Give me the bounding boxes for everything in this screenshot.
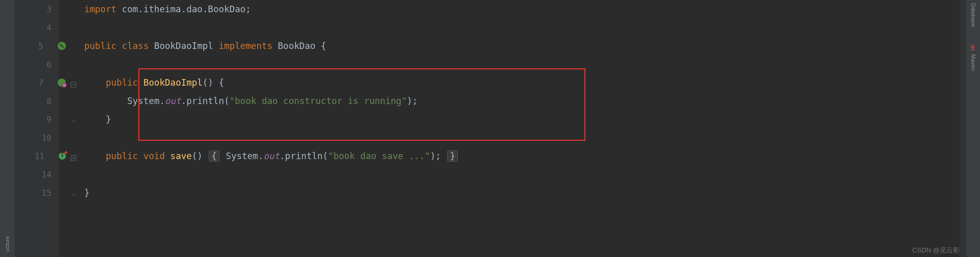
watermark: CSDN @见云彩	[912, 246, 960, 255]
token-str: "book dao constructor is running"	[229, 96, 407, 106]
token-punct: {	[321, 41, 327, 51]
token-kw: public	[106, 78, 143, 88]
gutter-line[interactable]: 8	[15, 92, 59, 110]
line-number: 15	[42, 188, 52, 198]
token-punct: ()	[192, 151, 208, 161]
line-number: 11	[35, 151, 44, 161]
line-number: 14	[42, 170, 52, 179]
token-punct: );	[430, 151, 447, 161]
token-plain	[84, 78, 106, 88]
maven-icon: m	[970, 45, 977, 51]
token-punct: ;	[246, 4, 251, 14]
token-plain: System.	[84, 96, 165, 106]
gutter-line[interactable]: 6	[15, 55, 59, 73]
token-plain: .println(	[181, 96, 230, 106]
token-field: out	[263, 151, 280, 161]
token-fn: save	[170, 151, 192, 161]
line-number: 6	[46, 60, 52, 69]
collapsed-region[interactable]: {	[209, 150, 219, 162]
left-tool-sidebar[interactable]: ucture	[0, 0, 15, 257]
code-line[interactable]: }	[84, 184, 960, 202]
line-number: 4	[46, 23, 52, 33]
code-line[interactable]	[84, 128, 960, 147]
gutter-line[interactable]: 10	[15, 128, 59, 147]
database-tool-label[interactable]: Database	[970, 3, 976, 27]
gutter-line[interactable]: 4	[15, 18, 59, 37]
line-number: 3	[46, 5, 52, 14]
maven-text: Maven	[970, 54, 976, 71]
gutter-line[interactable]: 14	[15, 165, 59, 184]
token-plain: BookDaoImpl	[154, 41, 218, 51]
line-number: 8	[46, 96, 52, 106]
token-punct: );	[407, 96, 418, 106]
token-kw: implements	[218, 41, 278, 51]
token-kw: public void	[106, 151, 170, 161]
token-punct: }	[84, 188, 90, 198]
code-line[interactable]	[84, 165, 960, 184]
scrollbar-track[interactable]	[960, 0, 966, 257]
code-line[interactable]: import com.itheima.dao.BookDao;	[84, 0, 960, 18]
token-kw: import	[84, 4, 122, 14]
token-plain	[84, 114, 106, 124]
token-kw: public class	[84, 41, 154, 51]
code-line[interactable]: public class BookDaoImpl implements Book…	[84, 37, 960, 55]
line-number: 5	[38, 41, 43, 51]
collapsed-region[interactable]: }	[447, 150, 458, 162]
code-line[interactable]	[84, 55, 960, 73]
token-plain: BookDao	[278, 41, 321, 51]
gutter-line[interactable]: 9	[15, 110, 59, 128]
code-line[interactable]: public void save() { System.out.println(…	[84, 147, 960, 165]
gutter-line[interactable]: 5	[15, 37, 59, 55]
gutter-line[interactable]: 3	[15, 0, 59, 18]
gutter-line[interactable]: 15	[15, 184, 59, 202]
code-line[interactable]: System.out.println("book dao constructor…	[84, 92, 960, 110]
right-tool-sidebar[interactable]: Database m Maven	[966, 0, 980, 257]
line-number: 7	[38, 78, 43, 88]
token-str: "book dao save ..."	[328, 151, 430, 161]
line-number: 10	[42, 133, 52, 143]
token-field: out	[165, 96, 181, 106]
code-line[interactable]: }	[84, 110, 960, 128]
code-line[interactable]	[84, 18, 960, 37]
gutter[interactable]: 345678910111415	[15, 0, 59, 257]
token-punct: () {	[203, 78, 224, 88]
code-area[interactable]: import com.itheima.dao.BookDao;public cl…	[59, 0, 960, 257]
token-punct: }	[106, 114, 111, 124]
maven-tool-label[interactable]: m Maven	[970, 44, 976, 71]
editor-container: ucture 345678910111415 import com.itheim…	[0, 0, 980, 257]
token-plain: .println(	[280, 151, 328, 161]
token-plain: com.itheima.dao.BookDao	[122, 4, 246, 14]
gutter-line[interactable]: 11	[15, 147, 59, 165]
code-line[interactable]: public BookDaoImpl() {	[84, 73, 960, 92]
token-fn: BookDaoImpl	[143, 78, 203, 88]
line-number: 9	[46, 115, 52, 124]
token-plain	[84, 151, 106, 161]
structure-tool-label[interactable]: ucture	[4, 236, 10, 252]
token-plain: System.	[220, 151, 263, 161]
gutter-line[interactable]: 7	[15, 73, 59, 92]
